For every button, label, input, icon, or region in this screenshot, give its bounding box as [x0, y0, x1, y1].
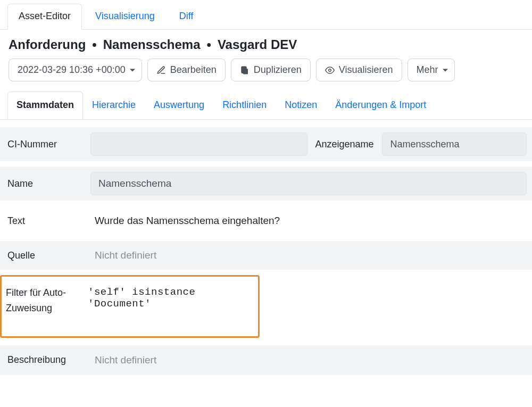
row-name: Name Namensschema — [0, 167, 532, 201]
quelle-label: Quelle — [5, 248, 90, 263]
filter-value: 'self' isinstance 'Document' — [84, 283, 254, 313]
text-value: Wurde das Namensschema eingehalten? — [90, 212, 527, 230]
eye-icon — [325, 65, 335, 75]
edit-button[interactable]: Bearbeiten — [147, 59, 226, 81]
filter-highlight-box: Filter für Auto-Zuweisung 'self' isinsta… — [0, 275, 260, 338]
anzeigename-label: Anzeigename — [307, 137, 376, 152]
more-dropdown[interactable]: Mehr — [408, 59, 455, 81]
text-label: Text — [5, 213, 90, 229]
row-beschreibung: Beschreibung Nicht definiert — [0, 345, 532, 375]
quelle-value: Nicht definiert — [90, 246, 527, 264]
breadcrumb-separator: • — [206, 37, 211, 52]
ci-number-value — [90, 132, 307, 156]
tab-asset-editor[interactable]: Asset-Editor — [7, 4, 82, 30]
breadcrumb-item-2: Namensschema — [103, 37, 201, 52]
tab-hierarchie[interactable]: Hierarchie — [83, 92, 145, 120]
tab-notizen[interactable]: Notizen — [276, 92, 326, 120]
breadcrumb: Anforderung • Namensschema • Vasgard DEV — [0, 30, 532, 59]
tab-auswertung[interactable]: Auswertung — [145, 92, 213, 120]
inner-tab-bar: Stammdaten Hierarchie Auswertung Richtli… — [0, 91, 532, 120]
toolbar: 2022-03-29 10:36 +00:00 Bearbeiten Dupli… — [0, 59, 532, 90]
svg-point-1 — [329, 69, 331, 71]
ci-number-label: CI-Nummer — [5, 137, 90, 152]
form-area: CI-Nummer Anzeigename Namensschema Name … — [0, 120, 532, 375]
name-label: Name — [5, 176, 90, 192]
name-value: Namensschema — [90, 172, 527, 195]
tab-visualisierung[interactable]: Visualisierung — [84, 4, 166, 30]
date-dropdown[interactable]: 2022-03-29 10:36 +00:00 — [9, 59, 142, 81]
row-quelle: Quelle Nicht definiert — [0, 241, 532, 270]
chevron-down-icon — [443, 69, 448, 71]
visualize-label: Visualisieren — [339, 64, 393, 76]
tab-diff[interactable]: Diff — [168, 4, 205, 30]
chevron-down-icon — [130, 69, 135, 71]
tab-richtlinien[interactable]: Richtlinien — [213, 92, 276, 120]
beschreibung-label: Beschreibung — [5, 352, 90, 368]
visualize-button[interactable]: Visualisieren — [316, 59, 402, 81]
breadcrumb-item-1: Anforderung — [9, 37, 86, 52]
pencil-icon — [156, 65, 166, 75]
copy-icon — [240, 65, 250, 75]
row-ci-anzeige: CI-Nummer Anzeigename Namensschema — [0, 127, 532, 161]
date-label: 2022-03-29 10:36 +00:00 — [18, 64, 126, 76]
anzeigename-value: Namensschema — [382, 132, 527, 156]
top-tab-bar: Asset-Editor Visualisierung Diff — [0, 0, 532, 30]
breadcrumb-item-3: Vasgard DEV — [218, 37, 297, 52]
duplicate-button[interactable]: Duplizieren — [231, 59, 311, 81]
tab-aenderungen[interactable]: Änderungen & Import — [326, 92, 435, 120]
row-text: Text Wurde das Namensschema eingehalten? — [0, 206, 532, 236]
duplicate-label: Duplizieren — [254, 64, 302, 76]
breadcrumb-separator: • — [92, 37, 96, 52]
edit-label: Bearbeiten — [170, 64, 217, 76]
tab-stammdaten[interactable]: Stammdaten — [7, 92, 83, 120]
beschreibung-value: Nicht definiert — [90, 351, 527, 369]
filter-label: Filter für Auto-Zuweisung — [4, 283, 84, 318]
more-label: Mehr — [417, 64, 438, 76]
